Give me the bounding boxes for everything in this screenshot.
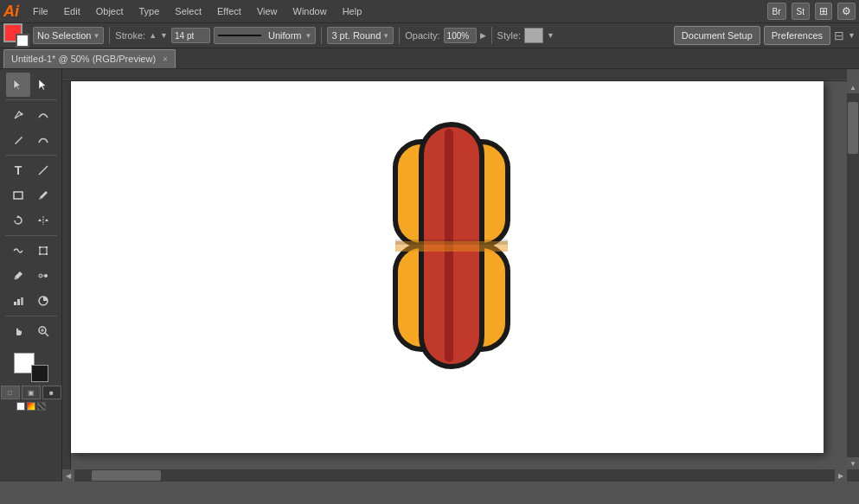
- tab-title: Untitled-1* @ 50% (RGB/Preview): [11, 54, 156, 64]
- rotate-tool[interactable]: [6, 208, 30, 233]
- toolbar-separator-1: [109, 27, 110, 44]
- full-screen-mode-btn[interactable]: ▣: [22, 386, 41, 399]
- opacity-value-field[interactable]: 100%: [444, 28, 477, 43]
- background-color[interactable]: [31, 365, 48, 382]
- opacity-arrow[interactable]: ▶: [480, 31, 486, 40]
- preferences-button[interactable]: Preferences: [764, 26, 830, 45]
- menu-effect[interactable]: Effect: [210, 4, 248, 18]
- menu-help[interactable]: Help: [336, 4, 369, 18]
- menu-edit[interactable]: Edit: [57, 4, 87, 18]
- fill-mode-none[interactable]: [16, 402, 25, 411]
- fill-mode-pattern[interactable]: [37, 402, 46, 411]
- svg-rect-21: [21, 297, 23, 305]
- style-color-box[interactable]: [524, 28, 543, 43]
- menu-type[interactable]: Type: [132, 4, 167, 18]
- document-tab[interactable]: Untitled-1* @ 50% (RGB/Preview) ×: [3, 49, 176, 68]
- hotdog-illustration: [382, 116, 521, 375]
- eyedropper-tool[interactable]: [6, 264, 30, 288]
- stroke-type-dropdown[interactable]: Uniform: [214, 27, 316, 44]
- svg-rect-5: [14, 192, 22, 199]
- scroll-down-btn[interactable]: ▼: [847, 457, 859, 469]
- reflect-tool[interactable]: [31, 208, 55, 233]
- tool-row-5: [6, 183, 55, 207]
- scroll-up-btn[interactable]: ▲: [847, 81, 859, 93]
- hand-tool[interactable]: [6, 319, 30, 343]
- pie-chart-tool[interactable]: [31, 289, 55, 313]
- svg-rect-10: [40, 247, 47, 254]
- warp-tool[interactable]: [6, 239, 30, 263]
- tool-row-3: [6, 128, 55, 152]
- ruler-vertical: [62, 81, 71, 469]
- stroke-color-box[interactable]: [16, 34, 29, 48]
- svg-rect-11: [39, 246, 41, 248]
- stroke-down-arrow[interactable]: ▼: [160, 31, 168, 40]
- workspace-arrow[interactable]: ▼: [848, 31, 856, 40]
- column-graph-tool[interactable]: [6, 289, 30, 313]
- menu-window[interactable]: Window: [286, 4, 334, 18]
- type-tool[interactable]: T: [6, 158, 30, 182]
- scrollbar-horizontal[interactable]: ◀ ▶: [62, 469, 847, 482]
- search-btn[interactable]: ⚙: [837, 3, 856, 20]
- workspace-grid-btn[interactable]: ⊞: [815, 3, 832, 20]
- stock-icon-btn[interactable]: St: [792, 3, 810, 20]
- stroke-label: Stroke:: [115, 30, 145, 41]
- menu-bar: Ai File Edit Object Type Select Effect V…: [0, 0, 859, 22]
- app-logo: Ai: [3, 3, 19, 21]
- scrollbar-vertical[interactable]: ▲ ▼: [847, 81, 859, 469]
- paintbrush-tool[interactable]: [31, 183, 55, 207]
- svg-rect-20: [17, 299, 20, 305]
- menu-select[interactable]: Select: [168, 4, 208, 18]
- zoom-tool[interactable]: [31, 319, 55, 343]
- free-transform-tool[interactable]: [31, 239, 55, 263]
- main-area: T: [0, 69, 859, 482]
- svg-rect-19: [14, 302, 16, 305]
- selection-dropdown[interactable]: No Selection: [33, 27, 104, 44]
- blend-tool[interactable]: [31, 264, 55, 288]
- direct-selection-tool[interactable]: [31, 73, 55, 97]
- pencil-tool[interactable]: [6, 128, 30, 152]
- tool-row-4: T: [6, 158, 55, 182]
- workspace-icon[interactable]: ⊟: [834, 29, 844, 42]
- svg-point-17: [44, 274, 48, 278]
- menu-file[interactable]: File: [26, 4, 55, 18]
- line-tool[interactable]: [31, 158, 55, 182]
- menu-view[interactable]: View: [250, 4, 285, 18]
- svg-point-2: [21, 113, 23, 116]
- selection-tool[interactable]: [6, 73, 30, 97]
- style-label: Style:: [497, 30, 522, 41]
- scroll-thumb-h[interactable]: [92, 470, 161, 481]
- tool-sep-4: [5, 316, 57, 316]
- stroke-type-label: Uniform: [268, 30, 302, 41]
- stroke-width-dropdown[interactable]: 3 pt. Round: [327, 27, 394, 44]
- svg-line-3: [41, 138, 42, 140]
- rect-tool[interactable]: [6, 183, 30, 207]
- curvature-tool[interactable]: [31, 103, 55, 127]
- scroll-left-btn[interactable]: ◀: [62, 469, 74, 482]
- toolbar-separator-3: [399, 27, 400, 44]
- menu-object[interactable]: Object: [89, 4, 131, 18]
- tab-close-button[interactable]: ×: [163, 54, 168, 64]
- tool-sep-3: [5, 235, 57, 236]
- canvas-area: ▲ ▼ ◀ ▶: [62, 69, 859, 482]
- fill-mode-gradient[interactable]: [27, 402, 35, 411]
- toolbar-separator-2: [321, 27, 322, 44]
- stroke-up-arrow[interactable]: ▲: [149, 31, 157, 40]
- document-setup-button[interactable]: Document Setup: [674, 26, 760, 45]
- smooth-tool[interactable]: [31, 128, 55, 152]
- stroke-value-field[interactable]: 14 pt: [171, 28, 210, 43]
- style-dropdown-arrow[interactable]: ▼: [547, 31, 555, 40]
- svg-line-24: [45, 333, 48, 336]
- svg-marker-0: [14, 80, 21, 90]
- scroll-thumb-v[interactable]: [848, 102, 858, 154]
- scrollbar-corner: [847, 469, 859, 482]
- scroll-right-btn[interactable]: ▶: [835, 469, 847, 482]
- full-screen-no-menu-btn[interactable]: ■: [42, 386, 61, 399]
- color-squares: [14, 353, 48, 382]
- tool-row-2: [6, 103, 55, 127]
- normal-mode-btn[interactable]: □: [1, 386, 20, 399]
- pen-tool[interactable]: [6, 103, 30, 127]
- mode-icons: □ ▣ ■: [1, 386, 61, 399]
- svg-rect-14: [46, 253, 48, 255]
- opacity-label: Opacity:: [405, 30, 439, 41]
- bridge-icon-btn[interactable]: Br: [767, 3, 786, 20]
